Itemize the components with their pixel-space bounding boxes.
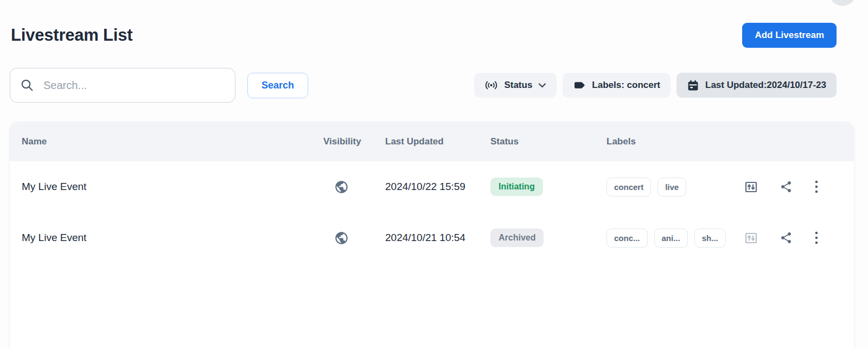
search-button[interactable]: Search [247,73,308,98]
search-box [10,68,235,103]
column-header-name: Name [22,136,323,147]
column-header-labels: Labels [607,136,739,147]
globe-public-icon [334,231,349,245]
column-header-status: Status [490,136,607,147]
share-button[interactable] [780,231,793,244]
traffic-inout-button[interactable] [744,231,758,245]
table-row[interactable]: My Live Event 2024/10/21 10:54 Archived … [10,212,854,263]
globe-public-icon [334,180,349,194]
label-tag: concert [607,178,651,197]
label-tag: conc... [607,229,648,248]
filter-status[interactable]: Status [474,73,557,98]
kebab-menu-icon [814,231,819,245]
share-button[interactable] [780,180,793,193]
share-icon [780,180,793,193]
kebab-menu-icon [814,180,819,194]
chevron-down-icon [538,83,546,88]
label-tag: sh... [694,229,726,248]
filter-labels-label: Labels: concert [592,80,660,91]
add-livestream-button[interactable]: Add Livestream [742,23,837,48]
search-icon [20,78,35,93]
column-header-last-updated: Last Updated [385,136,490,147]
search-input[interactable] [43,79,225,92]
filter-last-updated[interactable]: Last Updated:2024/10/17-23 [676,73,837,98]
table-header-row: Name Visibility Last Updated Status Labe… [10,122,854,161]
filter-last-updated-label: Last Updated:2024/10/17-23 [705,80,826,91]
status-badge: Archived [490,229,544,247]
traffic-inout-button[interactable] [744,180,758,194]
label-tag: live [658,178,686,197]
user-avatar[interactable] [829,0,856,6]
label-tag: ani... [654,229,688,248]
row-last-updated: 2024/10/21 10:54 [385,232,490,244]
broadcast-signal-icon [484,79,498,91]
tag-icon [573,80,586,91]
share-icon [780,231,793,244]
filter-status-label: Status [504,80,532,91]
page-title: Livestream List [11,26,132,45]
table-row[interactable]: My Live Event 2024/10/22 15:59 Initiatin… [10,161,854,212]
row-last-updated: 2024/10/22 15:59 [385,181,490,193]
row-name: My Live Event [22,181,323,193]
more-menu-button[interactable] [814,180,819,194]
page-header: Livestream List Add Livestream [11,23,837,48]
filter-chips: Status Labels: concert Last Updated:2024… [474,73,837,98]
toolbar: Search Status Labels: concert [10,68,837,103]
row-name: My Live Event [22,232,323,244]
box-arrows-icon [744,180,758,194]
column-header-visibility: Visibility [323,136,385,147]
box-arrows-icon [744,231,758,245]
calendar-icon [687,79,699,92]
more-menu-button[interactable] [814,231,819,245]
filter-labels[interactable]: Labels: concert [563,73,671,98]
status-badge: Initiating [490,178,543,196]
livestream-table: Name Visibility Last Updated Status Labe… [10,122,854,348]
